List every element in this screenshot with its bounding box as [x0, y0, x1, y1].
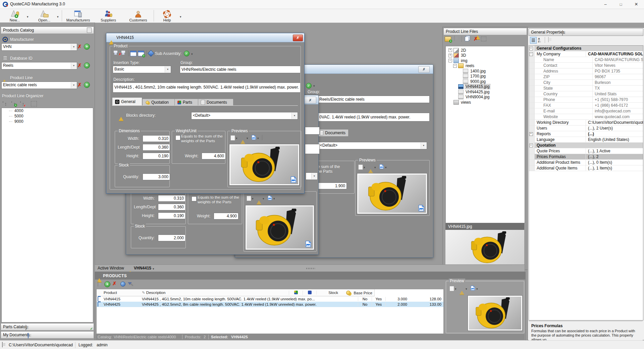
- organizer-delete-node-icon[interactable]: ✗: [19, 100, 25, 106]
- property-pages-icon[interactable]: [548, 37, 549, 42]
- weight-sum-checkbox[interactable]: [192, 196, 197, 201]
- row-expander[interactable]: −: [529, 144, 533, 147]
- products-delete-button[interactable]: ✗: [112, 281, 117, 286]
- chevron-down-icon[interactable]: ▾: [252, 197, 254, 200]
- manufacturer-add-button[interactable]: +: [84, 44, 90, 50]
- files-tree-item[interactable]: VHN9004.jpg: [446, 95, 525, 100]
- general-properties-header[interactable]: General Properties: [529, 29, 643, 36]
- open-caret-icon[interactable]: ▾: [57, 15, 59, 18]
- property-row[interactable]: Quote Prices (...), 1 Active: [529, 148, 643, 154]
- product-line-files-header[interactable]: Product Line Files: [443, 28, 527, 35]
- minimize-button[interactable]: –: [598, 0, 613, 9]
- manufacturers-button[interactable]: Manufacturers: [65, 9, 91, 22]
- manufacturer-select[interactable]: VHN ▾: [1, 43, 77, 51]
- tab-quotation[interactable]: Quotation: [142, 99, 177, 106]
- open-button[interactable]: Open...: [34, 9, 54, 22]
- new-folder-icon[interactable]: +: [445, 37, 451, 42]
- preview-frame[interactable]: [229, 144, 300, 186]
- chevron-down-icon[interactable]: ▾: [247, 137, 248, 140]
- weight-sum-checkbox[interactable]: [175, 135, 180, 140]
- row-expander[interactable]: +: [529, 132, 533, 136]
- chevron-down-icon[interactable]: ▾: [273, 197, 275, 200]
- chevron-down-icon[interactable]: ▾: [153, 267, 154, 270]
- organizer-tree-item[interactable]: 9000: [2, 119, 93, 124]
- preview-shape-icon[interactable]: [449, 286, 454, 291]
- property-row[interactable]: Country United Stats: [529, 91, 643, 97]
- preview-shape-icon[interactable]: [358, 164, 363, 170]
- categorized-view-icon[interactable]: [530, 37, 537, 44]
- property-row[interactable]: − My Company CAD-MANUFACTURING SOLUT: [529, 51, 643, 57]
- help-caret-icon[interactable]: ▾: [180, 15, 181, 18]
- blocks-directory-select[interactable]: <Default> ▾: [191, 112, 298, 119]
- products-search-icon[interactable]: [120, 282, 125, 287]
- preview-model-icon[interactable]: [368, 164, 373, 173]
- tab-general[interactable]: General: [112, 97, 142, 106]
- property-row[interactable]: Address PO BOX 1735: [529, 68, 643, 74]
- width-field[interactable]: 0.310: [143, 135, 170, 142]
- height-field[interactable]: 0.190: [158, 212, 185, 219]
- organizer-tree-item[interactable]: 4000: [2, 108, 93, 113]
- close-icon[interactable]: ✗: [293, 35, 303, 41]
- my-documents-bar[interactable]: My Documents: [1, 331, 94, 339]
- filter-pencil-icon[interactable]: ✎: [130, 283, 133, 287]
- close-icon[interactable]: ✗: [418, 66, 430, 73]
- weight-field[interactable]: 4.900: [214, 213, 238, 219]
- products-add-button[interactable]: +: [104, 281, 110, 287]
- chevron-down-icon[interactable]: ▾: [236, 137, 237, 140]
- chevron-down-icon[interactable]: ▾: [257, 137, 259, 140]
- image-file-icon[interactable]: [305, 241, 312, 247]
- preview-model-icon[interactable]: [257, 196, 261, 204]
- preview-frame[interactable]: [357, 173, 427, 214]
- maximize-button[interactable]: □: [613, 0, 629, 9]
- files-tree-item[interactable]: − img: [446, 58, 525, 63]
- chevron-down-icon[interactable]: ▾: [455, 287, 457, 291]
- database-delete-button[interactable]: ✗: [77, 63, 82, 68]
- property-row[interactable]: City Burleson: [529, 80, 643, 86]
- product-line-select[interactable]: Electric cable reels ▾: [1, 82, 77, 89]
- blocks-directory-select[interactable]: <Default> ▾: [318, 142, 427, 149]
- products-new-icon[interactable]: [98, 281, 98, 287]
- tree-expander[interactable]: −: [453, 64, 457, 68]
- organizer-select-icon[interactable]: [31, 101, 37, 106]
- database-add-button[interactable]: +: [84, 62, 90, 68]
- files-tree-item[interactable]: VHN4425.jpg: [446, 89, 525, 95]
- preview-image-icon[interactable]: [251, 135, 256, 140]
- blocks-select-fragment[interactable]: ▾: [306, 172, 318, 180]
- property-row[interactable]: Contact Vitor Neves: [529, 63, 643, 68]
- preview-model-icon[interactable]: [240, 135, 245, 144]
- sub-assembly-ok-icon[interactable]: ✓: [306, 83, 312, 89]
- property-row[interactable]: − General Configurations: [529, 46, 643, 51]
- property-row[interactable]: Additional Product Items (...), 0 Item(s…: [529, 160, 643, 165]
- product-dialog-titlebar[interactable]: VHN4415: [106, 33, 304, 42]
- image-file-icon[interactable]: [418, 205, 425, 211]
- height-field[interactable]: 0.190: [143, 153, 170, 159]
- insertion-type-select[interactable]: Basic ▾: [113, 66, 171, 73]
- files-tree-item[interactable]: + 3D: [446, 53, 525, 58]
- group-field-fragment[interactable]: [305, 127, 320, 135]
- products-table-header[interactable]: Product ✎ Description Stock Base Price: [97, 289, 375, 296]
- quantity-field[interactable]: 3.000: [143, 173, 170, 180]
- organizer-add-node-icon[interactable]: +: [10, 100, 17, 106]
- property-row[interactable]: ZIP 96067: [529, 74, 643, 80]
- tree-expander[interactable]: +: [448, 48, 452, 52]
- chevron-down-icon[interactable]: ▾: [466, 287, 467, 291]
- property-row[interactable]: Working Directory C:\Users\Vitor\Documen…: [529, 120, 643, 126]
- weight-field[interactable]: 4.600: [202, 153, 226, 159]
- row-expander[interactable]: −: [529, 47, 533, 50]
- preview-frame[interactable]: [245, 205, 314, 250]
- description-field[interactable]: VHN4415 , 4G1.5mm2, 10m cable reeling le…: [113, 83, 301, 93]
- chevron-down-icon[interactable]: ▾: [476, 287, 478, 291]
- property-row[interactable]: − Quotation: [529, 143, 643, 148]
- organizer-node-icon[interactable]: [1, 100, 8, 106]
- chevron-down-icon[interactable]: ▾: [364, 166, 365, 169]
- property-row[interactable]: Name CAD-MANUFACTURING SOLUTION: [529, 57, 643, 63]
- alphabetical-sort-icon[interactable]: AZ↓: [538, 38, 541, 43]
- database-id-select[interactable]: Reels ▾: [1, 62, 77, 69]
- copy-icon[interactable]: [465, 37, 469, 41]
- chevron-down-icon[interactable]: ▾: [385, 166, 387, 169]
- customers-button[interactable]: Customers: [128, 9, 148, 22]
- chevron-down-icon[interactable]: ▾: [191, 52, 193, 56]
- files-tree-item[interactable]: VHN4415.jpg: [446, 84, 525, 90]
- close-icon[interactable]: ✗: [304, 97, 316, 104]
- image-file-icon[interactable]: [290, 176, 297, 183]
